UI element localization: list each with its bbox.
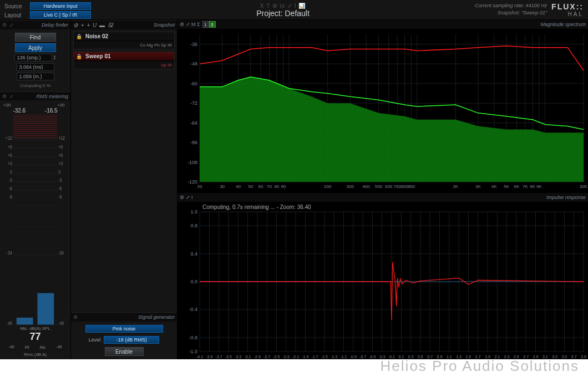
svg-text:-0.5: -0.5 — [369, 355, 376, 359]
imp-tools[interactable]: ⚙ ⤢ I — [180, 195, 193, 200]
watermark: Helios Pro Audio Solutions — [381, 358, 579, 375]
svg-text:-6: -6 — [58, 186, 62, 192]
svg-text:-2.5: -2.5 — [273, 355, 280, 359]
layout-dropdown[interactable]: Live C | Sp / IR — [30, 11, 91, 19]
sampling-rate: Current sampling rate: 44100 Hz — [475, 2, 547, 9]
svg-text:-3.9: -3.9 — [206, 355, 212, 359]
magnitude-chart[interactable]: -36-48-60-72-84-96-108-12020304050607080… — [178, 29, 588, 193]
mag-tab-1[interactable]: 1 — [202, 21, 209, 28]
svg-text:500: 500 — [375, 184, 383, 189]
title-icons[interactable]: X ? ⚙ io ⤢ I 📊 — [91, 3, 475, 9]
svg-text:+6: +6 — [8, 152, 12, 158]
svg-text:0.8: 0.8 — [190, 223, 197, 228]
svg-text:-3.7: -3.7 — [216, 355, 222, 359]
svg-text:50: 50 — [248, 184, 253, 189]
svg-text:+9: +9 — [58, 144, 63, 150]
svg-text:-0.8: -0.8 — [189, 335, 197, 340]
impulse-status: Computing, 0.7s remaining ... - Zoom: 36… — [202, 204, 311, 210]
svg-text:-3: -3 — [9, 178, 13, 184]
snapshot-tools[interactable]: ⚙ + + U ▬ 🖫 — [73, 22, 114, 28]
svg-text:+3: +3 — [58, 161, 63, 167]
rms-bottom-label: Rms (dB A) — [3, 352, 67, 357]
svg-text:-3.1: -3.1 — [244, 355, 251, 359]
svg-text:-0.7: -0.7 — [359, 355, 366, 359]
svg-text:-9: -9 — [9, 195, 13, 200]
svg-text:9K: 9K — [536, 184, 542, 189]
flux-logo: FLUX:: — [551, 2, 584, 11]
lock-icon: 🔒 — [76, 34, 82, 39]
magnitude-title: Magnitude spectrum — [540, 22, 586, 27]
svg-text:7K: 7K — [523, 184, 528, 189]
snapshot-name: Snapshot: "Sweep 01" — [475, 9, 547, 17]
svg-text:-9: -9 — [58, 195, 62, 200]
svg-text:70: 70 — [267, 184, 272, 189]
svg-text:-24: -24 — [58, 251, 64, 256]
svg-text:200: 200 — [324, 184, 332, 189]
lock-icon: 🔒 — [76, 54, 82, 59]
enable-button[interactable]: Enable — [105, 347, 144, 356]
svg-text:3.9: 3.9 — [581, 355, 586, 359]
svg-text:-1.1: -1.1 — [340, 355, 347, 359]
svg-text:-48: -48 — [58, 320, 64, 325]
svg-text:20: 20 — [197, 184, 202, 189]
svg-text:2K: 2K — [453, 184, 458, 189]
impulse-chart[interactable]: Computing, 0.7s remaining ... - Zoom: 36… — [178, 202, 588, 359]
svg-text:-2.7: -2.7 — [263, 355, 270, 359]
svg-text:-1.5: -1.5 — [321, 355, 328, 359]
svg-text:1.0: 1.0 — [190, 209, 197, 215]
siggen-tools[interactable]: ⚙ — [73, 314, 78, 320]
svg-text:-48: -48 — [7, 320, 13, 325]
computing-status: Computing 0 % — [20, 83, 50, 88]
rms-tools[interactable]: ⚙ ⤢ — [2, 94, 14, 99]
svg-text:-1.9: -1.9 — [302, 355, 308, 359]
svg-text:300: 300 — [347, 184, 354, 189]
svg-rect-27 — [37, 293, 54, 325]
delay-tools[interactable]: ⚙ ⤢ — [2, 22, 14, 28]
snapshot-item[interactable]: 🔒Sweep 01Sp IR — [73, 52, 175, 69]
svg-text:4K: 4K — [491, 184, 497, 189]
snapshot-item-tags: Sp IR — [74, 61, 174, 69]
rms-foot-r: Mc — [40, 345, 46, 350]
rms-value-right: -16.5 — [45, 108, 58, 114]
svg-text:+12: +12 — [6, 136, 12, 141]
snapshot-item-name: Noise 02 — [85, 33, 172, 39]
rms-foot-l: Rf — [25, 345, 29, 350]
svg-text:+12: +12 — [58, 136, 65, 141]
rms-value-left: -32.6 — [13, 108, 26, 114]
ms-value: 3.084 (ms) — [17, 63, 54, 71]
svg-text:-2.9: -2.9 — [254, 355, 261, 359]
svg-rect-26 — [17, 318, 33, 325]
level-label: Level — [89, 337, 101, 343]
mag-tab-2[interactable]: 2 — [209, 21, 216, 28]
spl-value: 77 — [3, 331, 67, 343]
svg-text:-96: -96 — [190, 140, 197, 145]
svg-text:-3.3: -3.3 — [235, 355, 241, 359]
find-button[interactable]: Find — [15, 33, 56, 42]
snapshot-title: Snapshot — [154, 22, 175, 28]
svg-text:-1.7: -1.7 — [312, 355, 318, 359]
rms-panel: ⚙ ⤢ RMS metering +20+20 -32.6 -16.5 — [0, 91, 70, 359]
layout-label: Layout — [4, 12, 27, 18]
svg-text:-1.3: -1.3 — [331, 355, 337, 359]
rms-title: RMS metering — [36, 94, 68, 99]
svg-text:400: 400 — [362, 184, 370, 189]
svg-text:-108: -108 — [187, 160, 197, 165]
svg-text:700: 700 — [393, 184, 401, 189]
svg-text:-1.0: -1.0 — [189, 349, 197, 354]
svg-text:-36: -36 — [190, 42, 197, 47]
svg-text:20K: 20K — [580, 184, 588, 189]
mag-tools[interactable]: ⚙ ⤢ M Σ — [180, 22, 200, 27]
smp-spinner[interactable]: ▲▼ — [53, 55, 57, 60]
source-dropdown[interactable]: Hardware input — [30, 2, 91, 10]
level-value[interactable]: -18 (dB RMS) — [104, 336, 159, 344]
svg-text:600: 600 — [385, 184, 393, 189]
snapshot-panel: ⚙ + + U ▬ 🖫 Snapshot 🔒Noise 02Co Mg Ph S… — [71, 20, 177, 312]
snapshot-item[interactable]: 🔒Noise 02Co Mg Ph Sp IR — [73, 32, 175, 49]
svg-text:6K: 6K — [514, 184, 519, 189]
signal-generator-panel: ⚙ Signal generator Pink noise Level -18 … — [71, 312, 177, 359]
svg-text:0: 0 — [58, 170, 60, 175]
siggen-type[interactable]: Pink noise — [85, 325, 163, 333]
apply-button[interactable]: Apply — [15, 43, 56, 52]
svg-text:-84: -84 — [190, 120, 197, 126]
smp-value[interactable]: 136 (smp.) — [14, 54, 52, 62]
